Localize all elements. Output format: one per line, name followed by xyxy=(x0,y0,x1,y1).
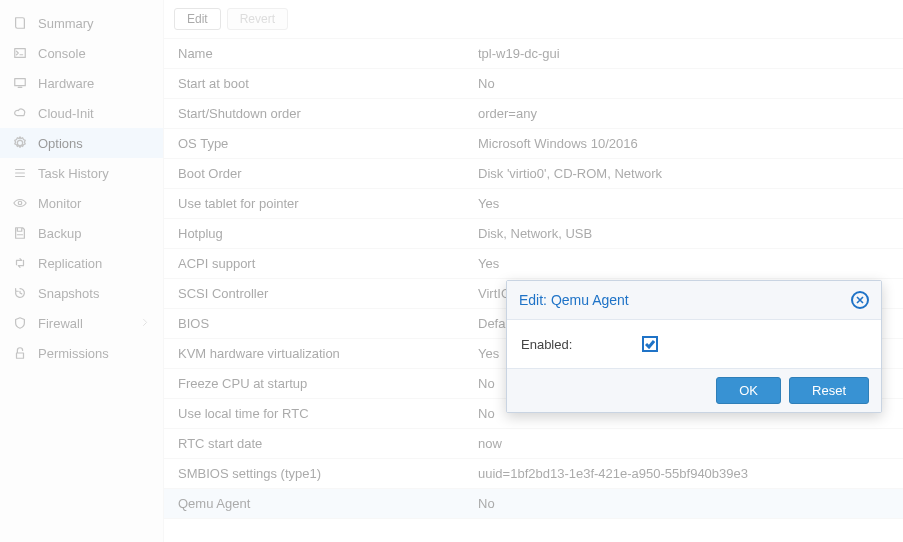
option-key: SMBIOS settings (type1) xyxy=(164,459,464,488)
sidebar-item-monitor[interactable]: Monitor xyxy=(0,188,163,218)
sidebar-item-summary[interactable]: Summary xyxy=(0,8,163,38)
sidebar-item-cloud-init[interactable]: Cloud-Init xyxy=(0,98,163,128)
table-row[interactable]: Use tablet for pointerYes xyxy=(164,189,903,219)
terminal-icon xyxy=(13,46,27,60)
unlock-icon xyxy=(13,346,27,360)
table-row[interactable]: Boot OrderDisk 'virtio0', CD-ROM, Networ… xyxy=(164,159,903,189)
option-value: No xyxy=(464,489,903,518)
book-icon xyxy=(12,15,28,31)
save-icon xyxy=(13,226,27,240)
option-key: KVM hardware virtualization xyxy=(164,339,464,368)
table-row[interactable]: Start/Shutdown orderorder=any xyxy=(164,99,903,129)
eye-icon xyxy=(13,196,27,210)
sidebar-item-console[interactable]: Console xyxy=(0,38,163,68)
terminal-icon xyxy=(12,45,28,61)
table-row[interactable]: ACPI supportYes xyxy=(164,249,903,279)
gear-icon xyxy=(13,136,27,150)
option-value: Yes xyxy=(464,249,903,278)
option-key: BIOS xyxy=(164,309,464,338)
option-key: RTC start date xyxy=(164,429,464,458)
sidebar-item-label: Cloud-Init xyxy=(38,106,94,121)
table-row[interactable]: HotplugDisk, Network, USB xyxy=(164,219,903,249)
shield-icon xyxy=(12,315,28,331)
option-value: uuid=1bf2bd13-1e3f-421e-a950-55bf940b39e… xyxy=(464,459,903,488)
unlock-icon xyxy=(12,345,28,361)
chevron-right-icon xyxy=(141,316,151,331)
sidebar-item-label: Hardware xyxy=(38,76,94,91)
sidebar-item-firewall[interactable]: Firewall xyxy=(0,308,163,338)
table-row[interactable]: OS TypeMicrosoft Windows 10/2016 xyxy=(164,129,903,159)
list-icon xyxy=(13,166,27,180)
edit-qemu-agent-dialog: Edit: Qemu Agent Enabled: OK Reset xyxy=(506,280,882,413)
sidebar-item-task-history[interactable]: Task History xyxy=(0,158,163,188)
enabled-label: Enabled: xyxy=(521,337,572,352)
option-key: Boot Order xyxy=(164,159,464,188)
option-value: Yes xyxy=(464,189,903,218)
sidebar-item-backup[interactable]: Backup xyxy=(0,218,163,248)
sidebar-item-label: Snapshots xyxy=(38,286,99,301)
sidebar-item-label: Permissions xyxy=(38,346,109,361)
book-icon xyxy=(13,16,27,30)
monitor-icon xyxy=(13,76,27,90)
edit-button[interactable]: Edit xyxy=(174,8,221,30)
cloud-icon xyxy=(13,106,27,120)
sidebar-item-options[interactable]: Options xyxy=(0,128,163,158)
main-panel: Edit Revert Nametpl-w19-dc-guiStart at b… xyxy=(164,0,903,542)
table-row[interactable]: SMBIOS settings (type1)uuid=1bf2bd13-1e3… xyxy=(164,459,903,489)
option-key: Use tablet for pointer xyxy=(164,189,464,218)
ok-button[interactable]: OK xyxy=(716,377,781,404)
option-key: Name xyxy=(164,39,464,68)
option-value: Disk, Network, USB xyxy=(464,219,903,248)
option-key: SCSI Controller xyxy=(164,279,464,308)
chevron-right-icon xyxy=(141,318,151,328)
table-row[interactable]: Nametpl-w19-dc-gui xyxy=(164,39,903,69)
option-value: No xyxy=(464,69,903,98)
revert-button: Revert xyxy=(227,8,288,30)
shield-icon xyxy=(13,316,27,330)
option-value: Disk 'virtio0', CD-ROM, Network xyxy=(464,159,903,188)
sidebar-item-label: Task History xyxy=(38,166,109,181)
sidebar-item-label: Replication xyxy=(38,256,102,271)
option-value: order=any xyxy=(464,99,903,128)
option-value: Microsoft Windows 10/2016 xyxy=(464,129,903,158)
sidebar-item-label: Options xyxy=(38,136,83,151)
sidebar-item-label: Monitor xyxy=(38,196,81,211)
option-value: tpl-w19-dc-gui xyxy=(464,39,903,68)
dialog-header: Edit: Qemu Agent xyxy=(507,281,881,320)
sidebar-item-permissions[interactable]: Permissions xyxy=(0,338,163,368)
sidebar-item-label: Firewall xyxy=(38,316,83,331)
check-icon xyxy=(645,339,655,349)
option-value: now xyxy=(464,429,903,458)
sidebar-item-label: Summary xyxy=(38,16,94,31)
enabled-checkbox[interactable] xyxy=(642,336,658,352)
eye-icon xyxy=(12,195,28,211)
sidebar-item-hardware[interactable]: Hardware xyxy=(0,68,163,98)
reset-button[interactable]: Reset xyxy=(789,377,869,404)
option-key: Hotplug xyxy=(164,219,464,248)
option-key: Start/Shutdown order xyxy=(164,99,464,128)
toolbar: Edit Revert xyxy=(164,0,903,39)
sidebar-item-snapshots[interactable]: Snapshots xyxy=(0,278,163,308)
option-key: Freeze CPU at startup xyxy=(164,369,464,398)
retweet-icon xyxy=(13,256,27,270)
cloud-icon xyxy=(12,105,28,121)
save-icon xyxy=(12,225,28,241)
history-icon xyxy=(13,286,27,300)
dialog-close-button[interactable] xyxy=(851,291,869,309)
sidebar-item-label: Backup xyxy=(38,226,81,241)
option-key: Start at boot xyxy=(164,69,464,98)
table-row[interactable]: Qemu AgentNo xyxy=(164,489,903,519)
dialog-title: Edit: Qemu Agent xyxy=(519,292,629,308)
option-key: Use local time for RTC xyxy=(164,399,464,428)
retweet-icon xyxy=(12,255,28,271)
gear-icon xyxy=(12,135,28,151)
option-key: OS Type xyxy=(164,129,464,158)
sidebar: SummaryConsoleHardwareCloud-InitOptionsT… xyxy=(0,0,164,542)
list-icon xyxy=(12,165,28,181)
close-icon xyxy=(856,296,864,304)
sidebar-item-label: Console xyxy=(38,46,86,61)
option-key: ACPI support xyxy=(164,249,464,278)
table-row[interactable]: Start at bootNo xyxy=(164,69,903,99)
table-row[interactable]: RTC start datenow xyxy=(164,429,903,459)
sidebar-item-replication[interactable]: Replication xyxy=(0,248,163,278)
